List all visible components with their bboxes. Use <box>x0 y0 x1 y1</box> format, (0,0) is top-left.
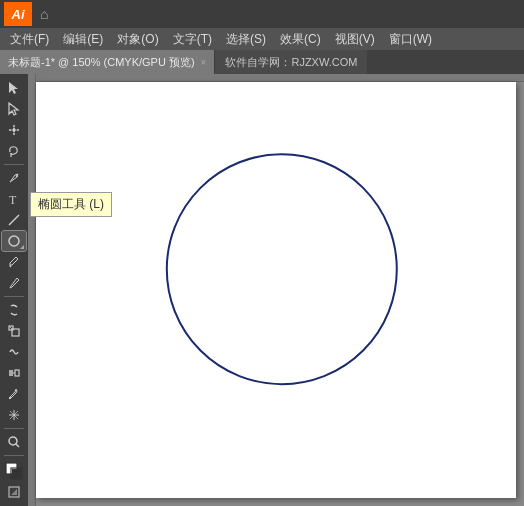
title-bar: Ai ⌂ <box>0 0 524 28</box>
svg-line-10 <box>9 215 19 225</box>
tab-bar: 未标题-1* @ 150% (CMYK/GPU 预览) × 软件自学网：RJZX… <box>0 50 524 74</box>
svg-point-11 <box>9 236 19 246</box>
svg-rect-27 <box>12 469 21 478</box>
ruler-horizontal <box>28 74 524 82</box>
warp-tool[interactable] <box>2 342 26 362</box>
menu-bar: 文件(F) 编辑(E) 对象(O) 文字(T) 选择(S) 效果(C) 视图(V… <box>0 28 524 50</box>
menu-object[interactable]: 对象(O) <box>111 29 164 50</box>
menu-effect[interactable]: 效果(C) <box>274 29 327 50</box>
svg-marker-1 <box>9 103 18 115</box>
toolbar-divider-1 <box>4 164 24 165</box>
rotate-tool[interactable] <box>2 300 26 320</box>
paintbrush-tool[interactable] <box>2 252 26 272</box>
mesh-tool[interactable] <box>2 405 26 425</box>
circle-drawing <box>137 139 427 399</box>
toolbar-divider-3 <box>4 428 24 429</box>
svg-rect-16 <box>15 370 19 376</box>
menu-edit[interactable]: 编辑(E) <box>57 29 109 50</box>
eyedropper-tool[interactable] <box>2 384 26 404</box>
svg-point-30 <box>167 154 397 384</box>
line-tool[interactable] <box>2 210 26 230</box>
menu-window[interactable]: 窗口(W) <box>383 29 438 50</box>
svg-line-14 <box>9 326 13 330</box>
svg-rect-15 <box>9 370 13 376</box>
lasso-tool[interactable] <box>2 141 26 161</box>
svg-marker-29 <box>11 489 17 495</box>
pencil-tool[interactable] <box>2 273 26 293</box>
magic-wand-tool[interactable] <box>2 120 26 140</box>
svg-text:T: T <box>9 193 17 206</box>
type-tool[interactable]: T <box>2 189 26 209</box>
scale-tool[interactable] <box>2 321 26 341</box>
canvas-background <box>36 82 516 498</box>
change-screen-mode[interactable] <box>2 482 26 502</box>
svg-point-23 <box>9 437 17 445</box>
ruler-vertical <box>28 74 36 506</box>
toolbar: 椭圆工具 (L) T <box>0 74 28 506</box>
zoom-tool[interactable] <box>2 432 26 452</box>
fill-stroke-indicator[interactable] <box>2 461 26 481</box>
ellipse-tool[interactable] <box>2 231 26 251</box>
main-area: 椭圆工具 (L) T <box>0 74 524 506</box>
blend-tool[interactable] <box>2 363 26 383</box>
second-tab[interactable]: 软件自学网：RJZXW.COM <box>215 50 367 74</box>
active-tab-label: 未标题-1* @ 150% (CMYK/GPU 预览) <box>8 55 195 70</box>
ai-logo: Ai <box>4 2 32 26</box>
tab-close-button[interactable]: × <box>201 57 207 68</box>
svg-line-24 <box>16 444 19 447</box>
menu-view[interactable]: 视图(V) <box>329 29 381 50</box>
svg-marker-0 <box>9 82 18 94</box>
toolbar-divider-2 <box>4 296 24 297</box>
menu-type[interactable]: 文字(T) <box>167 29 218 50</box>
toolbar-divider-4 <box>4 455 24 456</box>
menu-file[interactable]: 文件(F) <box>4 29 55 50</box>
direct-selection-tool[interactable] <box>2 99 26 119</box>
svg-point-18 <box>9 397 11 399</box>
svg-marker-6 <box>10 127 18 133</box>
menu-select[interactable]: 选择(S) <box>220 29 272 50</box>
canvas-area[interactable] <box>28 74 524 506</box>
svg-point-8 <box>16 175 18 177</box>
active-document-tab[interactable]: 未标题-1* @ 150% (CMYK/GPU 预览) × <box>0 50 215 74</box>
home-button[interactable]: ⌂ <box>36 4 52 24</box>
pen-tool[interactable] <box>2 168 26 188</box>
second-tab-label: 软件自学网：RJZXW.COM <box>225 55 357 70</box>
selection-tool[interactable] <box>2 78 26 98</box>
